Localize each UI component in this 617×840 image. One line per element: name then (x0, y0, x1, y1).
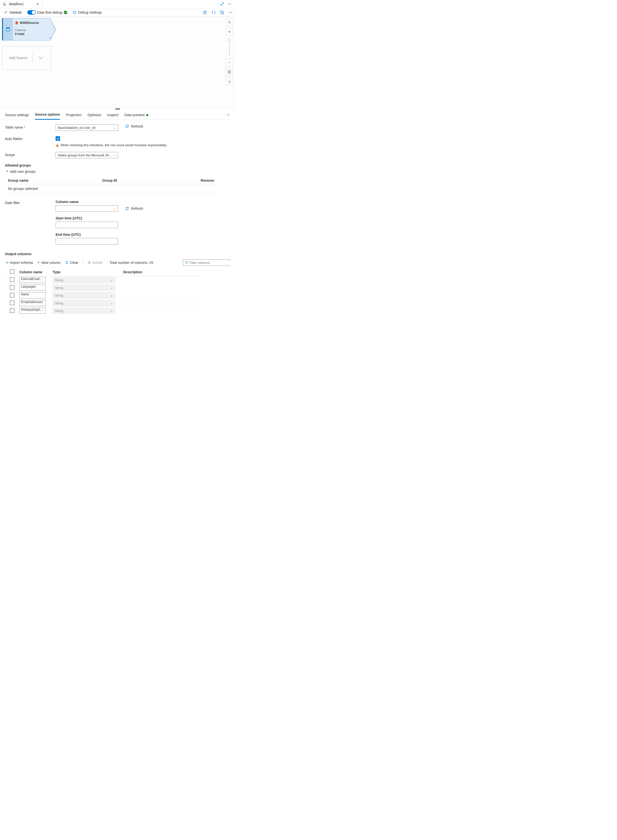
clear-button[interactable]: Clear (65, 261, 78, 264)
svg-rect-14 (229, 71, 230, 72)
zoom-in-button[interactable] (226, 28, 233, 35)
column-name-input[interactable]: Languages (19, 285, 46, 291)
output-columns-toolbar: Import schema + New column Clear Delete … (5, 260, 230, 266)
refresh-table-button[interactable]: Refresh (125, 124, 143, 128)
expand-icon[interactable] (220, 1, 224, 6)
type-select[interactable]: String⌄ (53, 308, 115, 314)
filter-columns-input[interactable] (183, 260, 230, 266)
allowed-groups-table: Group name Group ID Remove No groups sel… (5, 177, 217, 193)
chevron-down-icon: ⌄ (114, 207, 116, 210)
svg-point-12 (228, 21, 230, 23)
add-source-label: Add Source (9, 56, 27, 60)
node-columns-label: Columns: (15, 28, 48, 31)
type-select[interactable]: String⌄ (53, 277, 115, 283)
row-checkbox[interactable] (10, 308, 15, 313)
svg-point-3 (230, 4, 231, 4)
node-title-text: M365Source (20, 21, 39, 25)
delete-button: Delete (88, 261, 102, 264)
auto-flatten-warning: When checking this checkbox, the row cou… (61, 143, 167, 147)
panel-drag-handle[interactable] (0, 108, 235, 110)
end-time-input[interactable] (56, 238, 118, 245)
import-schema-button[interactable]: Import schema (5, 261, 33, 264)
validate-label: Validate (9, 10, 22, 15)
add-source-button[interactable]: Add Source (2, 46, 51, 70)
unsaved-indicator: ● (37, 2, 39, 6)
column-name-input[interactable]: PrimarySmtpAddr (19, 308, 46, 314)
column-name-sublabel: Column name (56, 200, 143, 204)
total-columns-text: Total number of columns: 29 (109, 261, 153, 264)
script-icon[interactable] (203, 10, 208, 15)
row-checkbox[interactable] (10, 285, 15, 290)
debug-settings-label: Debug Settings (78, 10, 102, 15)
tab-inspect[interactable]: Inspect (107, 111, 118, 120)
chevron-down-icon[interactable] (37, 55, 44, 61)
row-checkbox[interactable] (10, 301, 15, 305)
svg-rect-13 (228, 71, 231, 74)
chevron-down-icon: ⌄ (114, 154, 116, 157)
type-select[interactable]: String⌄ (53, 292, 115, 298)
select-mode-button[interactable] (226, 78, 233, 85)
new-column-button[interactable]: + New column (37, 260, 61, 265)
output-columns-table: Column name Type Description ExternalEma… (5, 268, 202, 314)
column-name-input[interactable]: EmailAddresses (19, 300, 46, 306)
source-node[interactable]: M365Source Columns: 0 total (2, 18, 50, 40)
add-user-groups-button[interactable]: + Add user groups (6, 169, 230, 174)
refresh-date-columns-button[interactable]: Refresh (125, 207, 143, 211)
tab-source-settings[interactable]: Source settings (5, 111, 29, 120)
table-row: ExternalEmailAddString⌄ (5, 276, 202, 284)
column-name-input[interactable]: ExternalEmailAdd (19, 277, 46, 283)
tab-source-options[interactable]: Source options (35, 110, 60, 120)
tab-optimize[interactable]: Optimize (88, 111, 101, 120)
type-header: Type (53, 270, 120, 274)
scope-select[interactable]: Select groups from the Microsoft 36… ⌄ (56, 152, 118, 158)
date-column-select[interactable]: ⌄ (56, 205, 118, 212)
dataflow-canvas[interactable]: M365Source Columns: 0 total + Add Source (0, 17, 235, 108)
auto-flatten-checkbox[interactable] (56, 136, 60, 141)
search-canvas-button[interactable] (226, 19, 233, 26)
debug-status-icon (64, 11, 67, 14)
svg-point-10 (232, 12, 232, 13)
remove-header: Remove (196, 179, 214, 182)
node-columns-count: 0 total (15, 32, 48, 36)
description-header: Description (123, 270, 196, 274)
table-name-label: Table name * (5, 124, 56, 129)
zoom-out-button[interactable] (226, 59, 233, 66)
properties-icon[interactable] (220, 10, 224, 15)
allowed-groups-label: Allowed groups (5, 163, 230, 167)
table-name-select[interactable]: BasicDataSet_v0.User_v0 ⌄ (56, 124, 118, 131)
toggle-switch[interactable] (27, 10, 36, 15)
chevron-down-icon: ⌄ (114, 126, 116, 129)
zoom-slider[interactable] (229, 37, 230, 57)
dataflow-icon (3, 2, 7, 6)
trash-icon (88, 261, 91, 264)
fit-screen-button[interactable] (226, 68, 233, 76)
column-name-header: Column name (19, 270, 49, 274)
tab-data-preview[interactable]: Data preview (124, 111, 148, 120)
collapse-panel-icon[interactable] (227, 113, 230, 117)
type-select[interactable]: String⌄ (53, 300, 115, 306)
validate-button[interactable]: Validate (2, 10, 24, 15)
source-options-panel: Table name * BasicDataSet_v0.User_v0 ⌄ R… (0, 120, 235, 314)
more-icon[interactable] (227, 1, 232, 6)
tab-projection[interactable]: Projection (66, 111, 81, 120)
code-braces-icon[interactable] (211, 10, 216, 15)
select-all-checkbox[interactable] (10, 269, 15, 274)
group-name-header: Group name (8, 179, 102, 182)
document-tab[interactable]: dataflow1 ● (0, 0, 42, 8)
more-toolbar-icon[interactable] (228, 10, 233, 15)
refresh-icon (125, 124, 129, 128)
column-name-input[interactable]: Name (19, 292, 46, 298)
check-icon (4, 10, 8, 15)
separator (83, 260, 83, 265)
type-select[interactable]: String⌄ (53, 285, 115, 291)
svg-point-8 (229, 12, 230, 13)
debug-settings-button[interactable]: Debug Settings (71, 10, 104, 15)
svg-point-11 (6, 27, 9, 29)
add-step-icon[interactable]: + (50, 36, 52, 40)
output-columns-label: Output columns (5, 252, 230, 256)
row-checkbox[interactable] (10, 278, 15, 282)
start-time-input[interactable] (56, 221, 118, 228)
debug-toggle[interactable]: Data flow debug (25, 10, 69, 15)
debug-label: Data flow debug (37, 10, 62, 15)
row-checkbox[interactable] (10, 293, 15, 297)
